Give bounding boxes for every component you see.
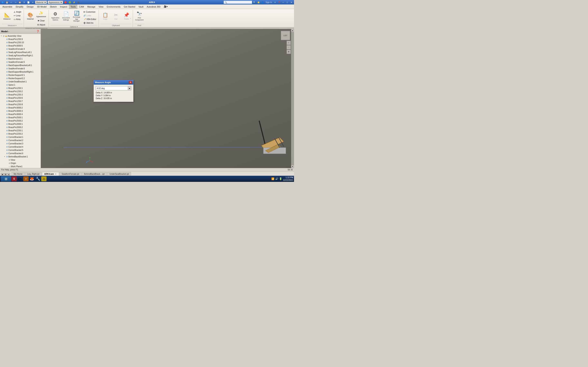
- tree-item[interactable]: ⚙ BrassPin1250:7: [0, 100, 41, 103]
- tree-item[interactable]: ⊕ Origin: [0, 161, 41, 165]
- quick-new-icon[interactable]: 📄: [26, 0, 30, 4]
- model-panel-help[interactable]: ❓: [36, 30, 39, 33]
- tree-item[interactable]: ⚙ BrassPin1250:6: [0, 96, 41, 100]
- scroll-up-button[interactable]: ▲: [291, 29, 294, 32]
- scroll-track[interactable]: [291, 32, 294, 165]
- tab-seat-arm[interactable]: SeatArmFemale.ipt: [60, 172, 81, 176]
- help-search-icon[interactable]: 🔍: [252, 0, 256, 4]
- measure-dialog-close-button[interactable]: ✕: [129, 81, 132, 84]
- taskbar-firefox-icon[interactable]: 🦊: [29, 176, 35, 182]
- menu-get-started[interactable]: Get Started: [122, 4, 137, 9]
- zoom-in-button[interactable]: +: [287, 41, 291, 45]
- area-button[interactable]: ▭ Area: [13, 17, 22, 21]
- viewcube[interactable]: LIST: [281, 31, 290, 40]
- tree-item[interactable]: ⚙ SeatLegFixtureRearRight:1: [0, 54, 41, 57]
- taskbar-sw-icon[interactable]: S: [11, 176, 17, 181]
- tree-item[interactable]: ▭ Work Plane1: [0, 165, 41, 168]
- distance-button[interactable]: 📐 Distance: [2, 10, 12, 22]
- tree-item[interactable]: ⚙ CornerBracket:5: [0, 149, 41, 152]
- quick-undo-icon[interactable]: ↩: [9, 0, 13, 4]
- menu-design[interactable]: Design: [25, 4, 35, 9]
- menu-video[interactable]: 🎥▾: [162, 4, 169, 9]
- tab-under-seat[interactable]: UnderSeatBracket.ipt: [107, 172, 131, 176]
- bookmark-icon[interactable]: ⭐: [257, 0, 260, 4]
- quick-add-icon[interactable]: ➕: [77, 0, 80, 4]
- quick-arrow-icon[interactable]: ⬆: [22, 0, 26, 4]
- quick-icon3[interactable]: 🟢: [68, 0, 72, 4]
- menu-view[interactable]: View: [97, 4, 105, 9]
- tree-item[interactable]: ⚙ SeatArmFemale:4: [0, 47, 41, 50]
- menu-3dmodel[interactable]: 3D Model: [35, 4, 48, 9]
- viewport[interactable]: LIST + − ✥: [41, 29, 294, 168]
- menu-tools[interactable]: Tools: [69, 4, 77, 9]
- taskbar-inventor-icon[interactable]: I: [23, 176, 29, 181]
- quick-settings-icon[interactable]: ▾: [31, 0, 35, 4]
- tree-item[interactable]: ⚙ BrassPin3000:2: [0, 106, 41, 109]
- tree-item[interactable]: ⚙ CornerBracket:6: [0, 152, 41, 155]
- tree-item[interactable]: ⚙ BrassPin3000:3: [0, 109, 41, 113]
- measure-input-arrow-button[interactable]: ▶: [128, 86, 131, 90]
- pan-button[interactable]: ✥: [287, 50, 291, 54]
- tree-item[interactable]: ⚙ CornerBracket:4: [0, 145, 41, 149]
- vba-editor-button[interactable]: 📝 VBA Editor: [82, 17, 97, 21]
- tree-item[interactable]: ⚙ BrassPin1250:2: [0, 90, 41, 93]
- tree-item[interactable]: ⚙ BackSupportBracketRight:1: [0, 70, 41, 73]
- tree-item[interactable]: ⚙ CornerBracket:3: [0, 142, 41, 145]
- user-icon[interactable]: 👤: [261, 0, 264, 4]
- tree-item[interactable]: ⚙ BrassPin1250:10: [0, 41, 41, 44]
- tree-item[interactable]: ⚙ SeatLegFixtureRearLeft:1: [0, 50, 41, 54]
- tree-item[interactable]: ⚙ BrassPin1250:1: [0, 86, 41, 90]
- menu-sketch[interactable]: Sketch: [48, 4, 58, 9]
- material-dropdown[interactable]: Material: [35, 1, 47, 4]
- quick-save-icon[interactable]: 💾: [5, 0, 9, 4]
- tree-item[interactable]: ⚙ RockerSupport2:1: [0, 73, 41, 77]
- adjust-button[interactable]: ⚙ Adjust: [36, 23, 46, 26]
- menu-cam[interactable]: CAM: [77, 4, 86, 9]
- customize-button[interactable]: ⚙ Customize: [82, 10, 97, 14]
- quick-home-icon[interactable]: 🏠: [18, 0, 22, 4]
- tree-item[interactable]: ⚙ BrassPin2500:2: [0, 119, 41, 122]
- taskbar-tool-icon[interactable]: 🔧: [35, 176, 41, 182]
- help-icon[interactable]: ❓: [277, 0, 281, 4]
- start-button[interactable]: ⊞: [1, 176, 11, 182]
- tab-ark4-close[interactable]: ✕: [55, 173, 57, 175]
- tree-item[interactable]: ⚙ BrassPin2000:1: [0, 122, 41, 125]
- tree-item[interactable]: ⊞ View:: [0, 158, 41, 161]
- find-component-button[interactable]: 🔭 FindComponent: [135, 10, 144, 22]
- quick-icon2[interactable]: 🔴: [64, 0, 67, 4]
- minimize-button[interactable]: ─: [281, 1, 285, 4]
- viewport-scrollbar[interactable]: ▲ ▼: [291, 29, 294, 168]
- maximize-button[interactable]: □: [285, 1, 289, 4]
- tree-item[interactable]: ⚙ UnderSeatBracket:1: [0, 80, 41, 83]
- tree-item[interactable]: ⚙ BrassPin2500:1: [0, 116, 41, 119]
- tree-item[interactable]: ⚙ BrassPin2000:2: [0, 125, 41, 129]
- menu-manage[interactable]: Manage: [86, 4, 97, 9]
- menu-autodesk[interactable]: Autodesk 360: [145, 4, 162, 9]
- tree-assembly-view[interactable]: ▾ ⊞ 🔒 Assembly View: [0, 34, 41, 38]
- tree-item[interactable]: ⚙ BackSupportBracketLeft:1: [0, 64, 41, 67]
- material-button[interactable]: 🎨 Material: [26, 10, 35, 22]
- menu-simplify[interactable]: Simplify: [14, 4, 25, 9]
- tree-item[interactable]: ⚙ BrassPin1250:9: [0, 38, 41, 41]
- menu-vault[interactable]: Vault: [137, 4, 145, 9]
- loop-button[interactable]: ↩ Loop: [13, 14, 22, 17]
- tree-item[interactable]: ⚙ BrassPin1250:8: [0, 103, 41, 106]
- taskbar-warning-icon[interactable]: ⚠: [41, 176, 47, 181]
- tree-item[interactable]: ⚙ CornerBracket:1: [0, 135, 41, 139]
- measure-value-input[interactable]: [96, 86, 128, 90]
- zoom-out-button[interactable]: −: [287, 45, 291, 49]
- app-options-button[interactable]: ⚙ ApplicationOptions: [51, 10, 60, 22]
- tab-behind-back[interactable]: BehindBackBrack....ipt: [82, 172, 107, 176]
- close-button[interactable]: ✕: [290, 1, 293, 4]
- menu-assemble[interactable]: Assemble: [1, 4, 14, 9]
- menu-environments[interactable]: Environments: [105, 4, 122, 9]
- taskbar-folder-icon[interactable]: 🗁: [17, 176, 23, 182]
- tree-item[interactable]: ⚙ BrassPin2250:1: [0, 129, 41, 132]
- appearance-dropdown[interactable]: Appearance: [48, 1, 63, 4]
- add-ins-button[interactable]: ➕ Add-Ins: [82, 21, 97, 25]
- tab-nav-icon2[interactable]: ⊞: [4, 173, 7, 176]
- tab-nav-icon1[interactable]: ◀: [1, 173, 4, 176]
- tab-nav-icon3[interactable]: ▲: [7, 173, 10, 176]
- tree-item[interactable]: ⚙ BrassPin3000:4: [0, 113, 41, 116]
- scroll-down-button[interactable]: ▼: [291, 165, 294, 168]
